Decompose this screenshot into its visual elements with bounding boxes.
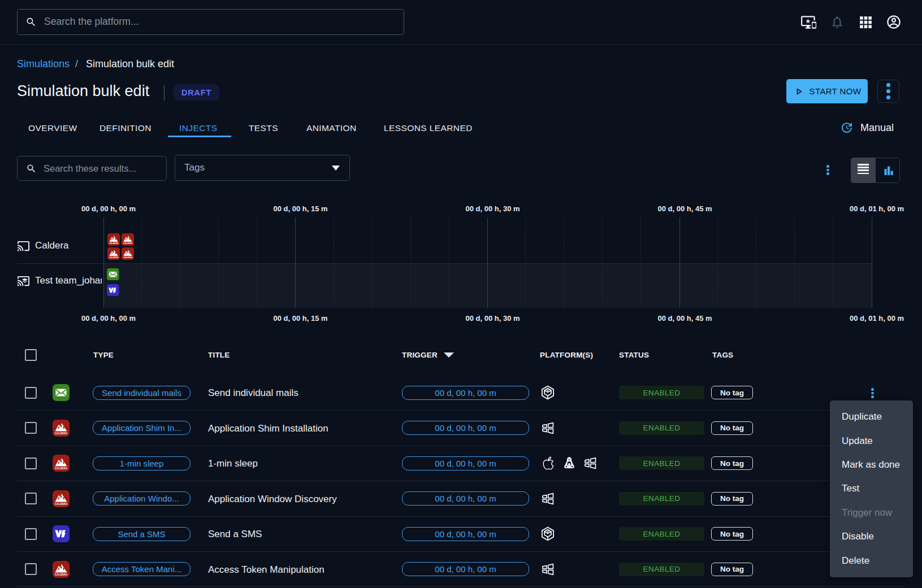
svg-text:CALDERA: CALDERA [109, 242, 118, 245]
svg-text:CALDERA: CALDERA [55, 467, 68, 470]
svg-text:CALDERA: CALDERA [55, 432, 68, 434]
svg-text:CALDERA: CALDERA [55, 502, 68, 505]
svg-text:CALDERA: CALDERA [123, 242, 132, 245]
svg-text:CALDERA: CALDERA [123, 256, 132, 258]
svg-text:CALDERA: CALDERA [55, 573, 68, 576]
svg-text:CALDERA: CALDERA [109, 256, 118, 258]
